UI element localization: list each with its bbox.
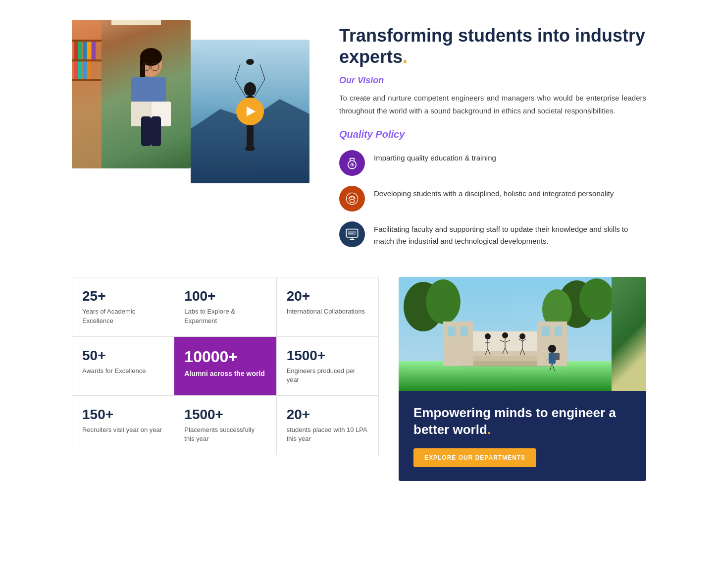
stat-cell-50: 50+ Awards for Excellence [72,337,174,395]
promo-title-text: Empowering minds to engineer a better wo… [413,405,616,437]
svg-rect-65 [448,326,456,336]
policy-icon-screen [339,221,365,247]
policy-text-3: Facilitating faculty and supporting staf… [374,221,646,247]
stat-cell-1500-eng: 1500+ Engineers produced per year [277,337,378,395]
stats-row-2: 50+ Awards for Excellence 10000+ Alumni … [72,336,379,395]
svg-rect-6 [78,42,82,59]
svg-rect-25 [151,116,161,146]
svg-rect-66 [461,326,468,336]
content-column: Transforming students into industry expe… [339,20,646,247]
stat-label-20-collab: International Collaborations [287,307,368,316]
svg-point-37 [246,59,254,65]
policy-text-2: Developing students with a disciplined, … [374,186,614,200]
promo-text-box: Empowering minds to engineer a better wo… [399,391,646,481]
stat-cell-100: 100+ Labs to Explore & Experiment [174,277,276,336]
stat-label-150: Recruiters visit year on year [82,426,164,434]
svg-point-54 [426,279,461,324]
policy-icon-handshake [339,186,365,212]
main-container: Transforming students into industry expe… [62,0,656,501]
svg-rect-63 [443,321,473,366]
stat-label-100: Labs to Explore & Experiment [184,307,266,325]
svg-rect-14 [111,20,161,25]
stat-number-20-collab: 20+ [287,288,368,304]
promo-panel: Empowering minds to engineer a better wo… [399,277,646,481]
policy-item-3: Facilitating faculty and supporting staf… [339,221,646,247]
stat-number-150: 150+ [82,407,164,423]
svg-rect-9 [92,42,96,59]
policy-item-2: Developing students with a disciplined, … [339,186,646,212]
stats-row-3: 150+ Recruiters visit year on year 1500+… [72,395,379,455]
svg-rect-7 [83,42,87,59]
stat-cell-10000: 10000+ Alumni across the world [174,337,276,395]
stat-number-10000: 10000+ [184,348,266,366]
vision-text: To create and nurture competent engineer… [339,92,646,117]
main-title-text: Transforming students into industry expe… [339,25,645,67]
policy-text-1: Imparting quality education & training [374,150,496,164]
svg-rect-87 [549,353,556,364]
svg-rect-3 [72,59,102,61]
svg-rect-19 [131,77,139,102]
explore-departments-button[interactable]: EXPLORE OUR DEPARTMENTS [413,448,536,467]
svg-rect-10 [74,61,78,79]
play-button[interactable] [236,98,264,125]
main-title: Transforming students into industry expe… [339,25,646,67]
svg-rect-49 [348,231,356,235]
svg-rect-8 [87,42,91,59]
svg-point-45 [350,200,354,203]
quality-policy-title: Quality Policy [339,129,646,140]
svg-rect-60 [463,351,547,356]
stat-number-100: 100+ [184,288,266,304]
library-image [72,20,191,168]
svg-rect-67 [542,326,550,336]
bottom-section: 25+ Years of Academic Excellence 100+ La… [72,277,646,481]
stat-number-50: 50+ [82,348,164,364]
title-dot: . [403,47,408,67]
svg-rect-68 [555,326,562,336]
svg-point-69 [485,333,491,339]
stat-cell-25: 25+ Years of Academic Excellence [72,277,174,336]
campus-image [399,277,646,391]
svg-rect-13 [87,61,91,79]
stat-number-1500-eng: 1500+ [287,348,368,364]
svg-rect-61 [461,356,550,361]
svg-rect-20 [158,77,166,102]
yoga-image [191,40,309,183]
stats-grid: 25+ Years of Academic Excellence 100+ La… [72,277,379,455]
stat-label-10000: Alumni across the world [184,369,266,379]
promo-title: Empowering minds to engineer a better wo… [413,405,631,438]
svg-rect-4 [72,79,102,81]
svg-rect-2 [72,40,102,42]
vision-label: Our Vision [339,75,646,86]
policy-icon-medal: 1 [339,150,365,176]
svg-point-39 [245,146,255,151]
svg-point-74 [502,332,508,338]
images-column [72,20,309,198]
svg-rect-93 [458,366,552,367]
svg-rect-5 [74,42,78,59]
stat-cell-150: 150+ Recruiters visit year on year [72,396,174,454]
stat-cell-20-collab: 20+ International Collaborations [277,277,378,336]
promo-dot: . [487,422,491,437]
svg-point-86 [548,345,556,353]
stat-label-25: Years of Academic Excellence [82,307,164,325]
stat-label-20-students: students placed with 10 LPA this year [287,426,368,443]
policy-items-list: 1 Imparting quality education & training [339,150,646,247]
stat-label-1500-place: Placements successfully this year [184,426,266,443]
policy-item-1: 1 Imparting quality education & training [339,150,646,176]
stat-cell-1500-place: 1500+ Placements successfully this year [174,396,276,454]
top-section: Transforming students into industry expe… [72,20,646,247]
stat-label-50: Awards for Excellence [82,367,164,375]
svg-rect-24 [141,116,151,146]
stat-cell-20-students: 20+ students placed with 10 LPA this yea… [277,396,378,454]
stat-number-20-students: 20+ [287,407,368,423]
stat-number-1500-place: 1500+ [184,407,266,423]
stat-number-25: 25+ [82,288,164,304]
svg-rect-11 [78,61,82,79]
stat-label-1500-eng: Engineers produced per year [287,367,368,384]
svg-rect-12 [83,61,87,79]
stats-row-1: 25+ Years of Academic Excellence 100+ La… [72,277,379,336]
svg-point-31 [244,82,256,96]
svg-point-80 [519,333,525,339]
